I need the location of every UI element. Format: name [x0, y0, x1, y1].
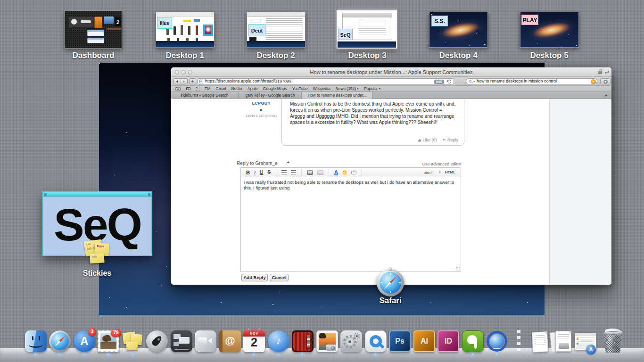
reply-textarea[interactable]: i was really frustrated not being able t…: [240, 177, 461, 272]
reply-label[interactable]: Reply: [447, 138, 458, 142]
bookmark-popular-folder[interactable]: Popular: [364, 86, 380, 91]
textarea-resize-handle[interactable]: [456, 267, 460, 271]
dock-stickies-icon[interactable]: [122, 330, 144, 352]
dock-address-book-icon[interactable]: @: [219, 330, 241, 352]
cancel-button[interactable]: Cancel: [270, 274, 289, 281]
dock-ical-icon[interactable]: NOV 2: [243, 330, 265, 352]
bookmark-gmail[interactable]: Gmail: [215, 86, 226, 91]
dock-drive-stack[interactable]: [553, 330, 575, 352]
space-label-desktop3[interactable]: Desktop 3: [327, 51, 407, 60]
tab-gary-kelley[interactable]: gary kelley - Google Search: [239, 92, 302, 99]
dock-sync-app-icon[interactable]: [486, 330, 508, 352]
dock-mission-control-icon[interactable]: [171, 330, 192, 352]
advanced-editor-link[interactable]: Use advanced editor: [422, 162, 461, 166]
new-tab-button[interactable]: +: [189, 78, 196, 84]
quote-icon[interactable]: ❞: [351, 171, 356, 174]
space-thumb-desktop5[interactable]: PLAY: [520, 12, 579, 48]
fullscreen-icon[interactable]: [605, 70, 609, 74]
space-label-dashboard[interactable]: Dashboard: [53, 51, 133, 60]
space-label-desktop1[interactable]: Desktop 1: [145, 51, 225, 60]
like-label[interactable]: Like (0): [422, 138, 437, 142]
font-color-icon[interactable]: A: [334, 170, 338, 175]
tab-sideburns[interactable]: sideburns - Google Search: [171, 92, 239, 99]
bookmark-wikipedia[interactable]: Wikipedia: [313, 86, 330, 91]
strikethrough-button[interactable]: S: [267, 170, 271, 175]
bookmark-tm[interactable]: TM: [205, 86, 210, 91]
space-thumb-desktop3-selected[interactable]: SeQ: [337, 10, 397, 49]
top-sites-icon[interactable]: [196, 87, 199, 90]
page-content: LCPGUY Level 1 (10 points) Mission Contr…: [171, 99, 611, 285]
dock-indesign-icon[interactable]: ID: [438, 330, 459, 352]
tab-bar-new-tab[interactable]: +: [605, 92, 608, 99]
bookmark-news-folder[interactable]: News (154): [336, 86, 359, 91]
search-input[interactable]: how to rename desktops in mission contro…: [466, 78, 597, 84]
stickies-app-label[interactable]: Stickies: [59, 269, 135, 278]
safari-window[interactable]: How to rename desktops under Mission...:…: [171, 67, 611, 285]
underline-button[interactable]: U: [260, 170, 263, 175]
stickies-app-icon[interactable]: Lou 555-7361 Eggs Milk: [83, 239, 112, 264]
reading-list-icon[interactable]: [175, 87, 181, 90]
forward-icon[interactable]: [183, 80, 185, 83]
dock-app-store-icon[interactable]: A 3: [74, 330, 95, 352]
space-thumb-desktop2[interactable]: Deut: [247, 12, 305, 48]
space-label-desktop2[interactable]: Desktop 2: [236, 51, 316, 60]
safari-app-label[interactable]: Safari: [357, 296, 423, 305]
insert-image-icon[interactable]: [307, 170, 313, 175]
space-thumb-dashboard[interactable]: 2: [65, 10, 122, 49]
dock-facetime-icon[interactable]: [195, 330, 216, 352]
numbered-list-icon[interactable]: [291, 170, 296, 174]
back-forward-buttons[interactable]: [173, 78, 188, 84]
dock-trash-icon[interactable]: [601, 330, 625, 354]
dock-launchpad-icon[interactable]: [146, 330, 168, 352]
dock-illustrator-icon[interactable]: Ai: [413, 330, 435, 352]
reply-action[interactable]: Reply: [442, 138, 458, 142]
add-reply-button[interactable]: Add Reply: [241, 274, 268, 281]
dock-downloads-stack[interactable]: A: [575, 330, 596, 352]
dock-system-preferences-icon[interactable]: [340, 330, 362, 352]
like-action[interactable]: Like (0): [418, 138, 437, 142]
safari-titlebar[interactable]: How to rename desktops under Mission...:…: [171, 67, 611, 77]
rss-badge[interactable]: RSS: [434, 80, 444, 84]
stack-document: [532, 331, 548, 353]
bookmark-netflix[interactable]: Netflix: [231, 86, 242, 91]
running-indicator-photo-booth: [301, 354, 304, 355]
post-body-text: Mission Control has to be the dumbest th…: [290, 101, 457, 125]
back-icon[interactable]: [176, 80, 178, 83]
bold-button[interactable]: B: [246, 170, 250, 175]
downloads-button[interactable]: [600, 78, 611, 84]
snapback-icon[interactable]: [591, 79, 596, 84]
italic-button[interactable]: i: [254, 170, 256, 175]
tab-rename-desktops-active[interactable]: How to rename desktops under...: [302, 92, 372, 99]
dock-photoshop-icon[interactable]: Ps: [389, 330, 411, 352]
reply-arrow-icon: [442, 138, 446, 142]
bookmark-apple[interactable]: Apple: [248, 86, 258, 91]
d2-toolbar: [247, 12, 305, 17]
bookmarks-book-icon[interactable]: [186, 87, 190, 90]
search-dropdown-icon[interactable]: [473, 81, 475, 82]
space-thumb-desktop4[interactable]: S.S.: [429, 12, 488, 48]
dock-mail-icon[interactable]: 79: [98, 330, 119, 352]
dock-finder-icon[interactable]: [25, 330, 47, 352]
emoticon-icon[interactable]: [342, 170, 347, 175]
bookmark-youtube[interactable]: YouTube: [292, 86, 307, 91]
bookmark-google-maps[interactable]: Google Maps: [263, 86, 287, 91]
space-label-desktop5[interactable]: Desktop 5: [509, 51, 589, 60]
space-thumb-desktop1[interactable]: illus: [156, 12, 215, 48]
safari-app-icon[interactable]: [377, 269, 404, 296]
html-mode-button[interactable]: HTML: [445, 170, 455, 174]
dock-itunes-icon[interactable]: ♪: [268, 330, 289, 352]
dock-iphoto-icon[interactable]: [316, 330, 338, 352]
bullet-list-icon[interactable]: [281, 170, 287, 174]
dock-safari-icon[interactable]: [49, 330, 71, 352]
address-bar[interactable]: https://discussions.apple.com/thread/319…: [198, 78, 454, 84]
space-label-desktop4[interactable]: Desktop 4: [418, 51, 498, 60]
spellcheck-button[interactable]: abc✓: [424, 170, 435, 175]
reload-icon[interactable]: [447, 80, 451, 83]
dock-quicktime-icon[interactable]: [365, 330, 387, 352]
dock-evernote-icon[interactable]: [462, 330, 484, 352]
spellcheck-dropdown-icon[interactable]: [439, 172, 441, 173]
dock-documents-stack[interactable]: [529, 330, 551, 352]
dock-photo-booth-icon[interactable]: [292, 330, 314, 352]
post-author-link[interactable]: LCPGUY: [239, 100, 283, 106]
running-indicator-safari: [58, 354, 61, 355]
